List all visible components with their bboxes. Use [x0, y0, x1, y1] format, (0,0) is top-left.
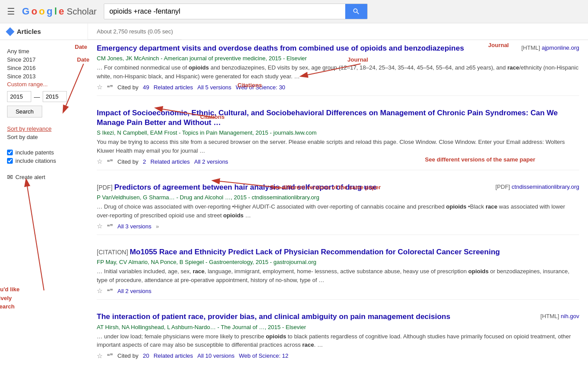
versions-5[interactable]: All 10 versions [197, 352, 235, 359]
quote-icon-5[interactable]: ❝❞ [107, 352, 113, 359]
more-icon-3[interactable]: » [156, 223, 159, 230]
filter-since-2016[interactable]: Since 2016 [7, 64, 81, 72]
external-link-3-url[interactable]: ctndisseminationlibrary.org [511, 183, 579, 190]
result-item: [HTML] nih.gov The interaction of patien… [97, 312, 579, 364]
quote-icon-1[interactable]: ❝❞ [107, 84, 113, 91]
result-item: [HTML] ajpmonline.org Emergency departme… [97, 44, 579, 96]
external-link-5-url[interactable]: nih.gov [561, 313, 579, 319]
result-meta-1: CM Jones, JK McAninch - American journal… [97, 55, 579, 62]
quote-icon-2[interactable]: ❝❞ [107, 158, 113, 165]
quote-icon-4[interactable]: ❝❞ [107, 288, 113, 294]
quote-icon-3[interactable]: ❝❞ [107, 223, 113, 230]
articles-diamond-icon [6, 27, 15, 36]
cited-by-5[interactable]: 20 [143, 352, 149, 359]
result-item: [CITATION] Mo1055 Race and Ethnicity Pre… [97, 247, 579, 300]
include-patents-checkbox[interactable]: include patents [7, 148, 81, 157]
year-range: — [7, 91, 81, 102]
result-title-2[interactable]: Impact of Socioeconomic, Ethnic, Cultura… [97, 108, 579, 128]
sort-by-date[interactable]: Sort by date [7, 133, 81, 141]
related-articles-5[interactable]: Related articles [153, 352, 193, 359]
result-meta-4: FP May, CV Almario, NA Ponce, B Spiegel … [97, 259, 579, 265]
hamburger-menu[interactable]: ☰ [7, 6, 15, 17]
versions-1[interactable]: All 5 versions [197, 84, 231, 91]
result-meta-2: S Ikezi, N Campbell, EAM Frost - Topics … [97, 129, 579, 136]
cited-by-2[interactable]: 2 [143, 158, 146, 165]
star-icon-3[interactable]: ☆ [97, 222, 102, 230]
year-from-input[interactable] [7, 91, 31, 102]
result-snippet-1: … For combined nonmedical use of opioids… [97, 63, 579, 81]
result-snippet-3: … Drug of choice was associated with ove… [97, 202, 579, 220]
create-alert-row[interactable]: ✉ Create alert [7, 172, 81, 182]
result-item: [PDF] ctndisseminationlibrary.org [PDF] … [97, 183, 579, 235]
result-actions-4: ☆ ❝❞ All 2 versions [97, 287, 579, 295]
related-articles-1[interactable]: Related articles [153, 84, 193, 91]
result-actions-2: ☆ ❝❞ Cited by 2 Related articles All 2 v… [97, 158, 579, 165]
result-snippet-5: … under low load; female physicians were… [97, 332, 579, 349]
web-of-science-1[interactable]: Web of Science: 30 [236, 84, 285, 91]
versions-3[interactable]: All 3 versions [117, 223, 151, 230]
star-icon-1[interactable]: ☆ [97, 83, 102, 91]
result-actions-3: ☆ ❝❞ All 3 versions » [97, 222, 579, 230]
result-meta-3: P VanVeldhuisen, G Sharma… - Drug and Al… [97, 194, 579, 201]
result-title-5[interactable]: The interaction of patient race, provide… [97, 312, 579, 322]
include-citations-checkbox[interactable]: include citations [7, 157, 81, 165]
star-icon-4[interactable]: ☆ [97, 287, 102, 295]
result-title-4[interactable]: [CITATION] Mo1055 Race and Ethnicity Pre… [97, 247, 579, 257]
articles-label: Articles [0, 23, 88, 40]
articles-text: Articles [17, 28, 41, 35]
result-meta-5: AT Hirsh, NA Hollingshead, L Ashburn-Nar… [97, 324, 579, 330]
result-actions-5: ☆ ❝❞ Cited by 20 Related articles All 10… [97, 352, 579, 360]
result-title-1[interactable]: Emergency department visits and overdose… [97, 44, 579, 53]
search-input[interactable] [104, 4, 345, 19]
results-list: [HTML] ajpmonline.org Emergency departme… [88, 40, 588, 374]
filter-custom-range[interactable]: Custom range... [7, 81, 48, 88]
external-link-1[interactable]: [HTML] ajpmonline.org [521, 44, 579, 51]
versions-4[interactable]: All 2 versions [117, 288, 151, 294]
star-icon-2[interactable]: ☆ [97, 158, 102, 165]
scholar-text: Scholar [67, 7, 97, 17]
sort-section: Sort by relevance Sort by date [7, 125, 81, 141]
filter-since-2017[interactable]: Since 2017 [7, 55, 81, 64]
related-articles-2[interactable]: Related articles [150, 158, 190, 165]
citations-checkbox-input[interactable] [7, 158, 13, 164]
sidebar: Date Any time Since 2017 Since 2016 Sinc… [0, 40, 88, 374]
sort-by-relevance[interactable]: Sort by relevance [7, 125, 81, 133]
external-link-5[interactable]: [HTML] nih.gov [541, 313, 579, 319]
star-icon-5[interactable]: ☆ [97, 352, 102, 360]
result-item: Impact of Socioeconomic, Ethnic, Cultura… [97, 108, 579, 170]
checkbox-section: include patents include citations [7, 148, 81, 165]
versions-2[interactable]: All 2 versions [194, 158, 228, 165]
external-link-3[interactable]: [PDF] ctndisseminationlibrary.org [495, 183, 579, 190]
external-link-1-url[interactable]: ajpmonline.org [542, 44, 579, 51]
cited-by-1[interactable]: 49 [143, 84, 149, 91]
result-snippet-4: … Initial variables included, age, sex, … [97, 267, 579, 284]
search-bar [104, 4, 368, 19]
patents-checkbox-input[interactable] [7, 150, 13, 155]
results-count: About 2,750 results (0.05 sec) [88, 24, 182, 40]
search-button[interactable] [345, 4, 367, 19]
envelope-icon: ✉ [7, 173, 13, 181]
result-actions-1: ☆ ❝❞ Cited by 49 Related articles All 5 … [97, 83, 579, 91]
time-filter-section: Any time Since 2017 Since 2016 Since 201… [7, 47, 81, 117]
filter-any-time[interactable]: Any time [7, 47, 81, 55]
year-search-button[interactable]: Search [7, 106, 42, 117]
google-scholar-logo: Google Scholar [22, 6, 97, 17]
filter-since-2013[interactable]: Since 2013 [7, 72, 81, 81]
result-snippet-2: You may be trying to access this site fr… [97, 138, 579, 155]
web-of-science-5[interactable]: Web of Science: 12 [239, 352, 289, 359]
year-to-input[interactable] [43, 91, 67, 102]
